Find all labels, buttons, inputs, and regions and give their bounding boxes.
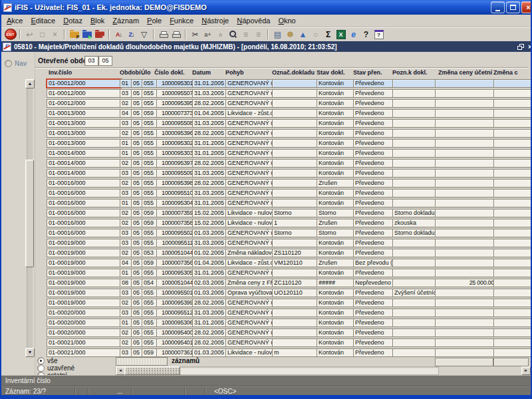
cell-zmu[interactable] xyxy=(435,299,496,307)
cell-stav[interactable]: Kontován xyxy=(317,289,356,297)
cell-pren[interactable]: Převedeno xyxy=(353,219,395,227)
cell-cislo[interactable]: 1000095305 xyxy=(156,269,195,277)
cell-pozn[interactable] xyxy=(392,159,438,168)
cell-pren[interactable]: Převedeno xyxy=(353,89,395,98)
cell-zmu[interactable] xyxy=(435,249,496,257)
cell-zmu[interactable] xyxy=(435,89,496,98)
cell-inv[interactable]: 01-00019/000 xyxy=(47,249,121,257)
cell-stav[interactable]: ##### xyxy=(317,279,356,287)
cell-cislo[interactable]: 1000095306 xyxy=(156,319,195,327)
cell-pohyb[interactable]: GENEROVANÝ úč xyxy=(225,189,275,198)
cell-pren[interactable]: Převedeno xyxy=(353,149,395,158)
cell-cislo[interactable]: 1000095304 xyxy=(156,199,195,207)
cell-pohyb[interactable]: Likvidace - zůst.c xyxy=(225,259,275,267)
cell-zmu[interactable] xyxy=(435,79,496,88)
menu-dotaz[interactable]: Dotaz xyxy=(59,16,86,25)
cell-zmc[interactable] xyxy=(493,249,531,257)
scroll-up-button[interactable]: ▲ xyxy=(25,79,35,88)
cell-zmc[interactable] xyxy=(493,259,531,267)
cell-pozn[interactable] xyxy=(392,249,438,257)
cell-zmc[interactable] xyxy=(493,149,531,158)
cell-oznac[interactable]: VM120110 xyxy=(272,259,319,267)
cell-pozn[interactable] xyxy=(392,109,438,118)
exit-button[interactable]: EXIT xyxy=(4,29,17,40)
cell-cislo[interactable]: 1000095507 xyxy=(156,89,195,98)
cell-zmu[interactable] xyxy=(435,129,496,138)
cell-cislo[interactable]: 1000095501 xyxy=(156,289,195,297)
cell-inv[interactable]: 01-00019/000 xyxy=(47,279,121,287)
cell-oznac[interactable] xyxy=(272,309,319,317)
cell-cislo[interactable]: 1000095399 xyxy=(156,299,195,307)
cell-zmc[interactable] xyxy=(493,329,531,337)
cell-zmu[interactable] xyxy=(435,199,496,207)
cell-zmc[interactable] xyxy=(493,199,531,207)
cell-pohyb[interactable]: GENEROVANÝ úč xyxy=(225,239,275,247)
cell-datum[interactable]: 01.03.2005 xyxy=(192,289,228,297)
cell-cislo[interactable]: 1000051044 xyxy=(156,279,195,287)
cell-pozn[interactable] xyxy=(392,119,438,128)
cell-pohyb[interactable]: Likvidace - nulová xyxy=(225,219,275,227)
cell-pohyb[interactable]: GENEROVANÝ úč xyxy=(225,309,275,317)
cell-datum[interactable]: 28.02.2005 xyxy=(192,159,228,168)
sort-desc-icon[interactable]: Z↓ xyxy=(125,29,138,40)
cell-datum[interactable]: 01.04.2005 xyxy=(192,259,228,267)
cell-datum[interactable]: 31.03.2005 xyxy=(192,169,228,178)
cell-zmu[interactable] xyxy=(435,309,496,317)
filter-radio-uzavrene[interactable]: uzavřené xyxy=(37,364,74,371)
cell-pohyb[interactable]: GENEROVANÝ úč xyxy=(225,199,275,207)
cell-oznac[interactable] xyxy=(272,179,319,188)
cell-pren[interactable]: Převedeno xyxy=(353,319,395,327)
cell-zmc[interactable] xyxy=(493,119,531,128)
print-icon[interactable] xyxy=(157,29,170,40)
cell-datum[interactable]: 28.02.2005 xyxy=(192,129,228,138)
cell-pren[interactable]: Převedeno xyxy=(353,129,395,138)
cell-pren[interactable]: Převedeno xyxy=(353,229,395,237)
cell-oznac[interactable] xyxy=(272,319,319,327)
cell-pozn[interactable] xyxy=(392,129,438,138)
cell-pozn[interactable] xyxy=(392,329,438,337)
cell-pozn[interactable] xyxy=(392,149,438,158)
sum-icon[interactable]: Σ xyxy=(322,29,334,40)
cell-stav[interactable]: Kontován xyxy=(317,319,356,327)
cell-zmu[interactable] xyxy=(435,159,496,168)
cell-zmu[interactable] xyxy=(435,319,496,327)
mdi-restore-button[interactable] xyxy=(516,43,525,51)
cell-cislo[interactable]: 1000007356 xyxy=(156,259,195,267)
cell-cislo[interactable]: 1000007373 xyxy=(156,109,195,118)
cell-cislo[interactable]: 1000007361 xyxy=(156,348,195,357)
cell-pozn[interactable] xyxy=(392,319,438,327)
menu-editace[interactable]: Editace xyxy=(27,16,59,25)
cell-oznac[interactable]: UO120110 xyxy=(272,289,319,297)
cell-stav[interactable]: Zrušen xyxy=(317,179,356,188)
cell-stav[interactable]: Kontován xyxy=(317,348,356,357)
cell-pohyb[interactable]: GENEROVANÝ úč xyxy=(225,329,275,337)
cell-cislo[interactable]: 1000095398 xyxy=(156,179,195,188)
cell-pohyb[interactable]: GENEROVANÝ úč xyxy=(225,179,275,188)
cell-pren[interactable]: Převedeno xyxy=(353,329,395,337)
scroll-right-button[interactable]: ► xyxy=(521,366,531,375)
cell-datum[interactable]: 28.02.2005 xyxy=(192,99,228,108)
cell-cislo[interactable]: 1000051044 xyxy=(156,249,195,257)
cell-inv[interactable]: 01-00013/000 xyxy=(47,129,121,138)
menu-pole[interactable]: Pole xyxy=(143,16,166,25)
cell-inv[interactable]: 01-00019/000 xyxy=(47,259,121,267)
cell-stav[interactable]: Kontován xyxy=(317,338,356,347)
excel-icon[interactable]: X xyxy=(334,29,347,40)
cell-stav[interactable]: Kontován xyxy=(317,149,356,158)
cell-oznac[interactable] xyxy=(272,199,319,207)
cell-zmc[interactable] xyxy=(493,129,531,138)
cell-zmu[interactable] xyxy=(435,229,496,237)
cell-cislo[interactable]: 1000095302 xyxy=(156,139,195,148)
cell-pren[interactable]: Převedeno xyxy=(353,109,395,118)
cell-stav[interactable]: Kontován xyxy=(317,79,356,88)
cell-zmu[interactable] xyxy=(435,348,496,357)
cell-inv[interactable]: 01-00016/000 xyxy=(47,209,121,217)
vertical-scrollbar-thumb[interactable] xyxy=(25,160,34,267)
cell-oznac[interactable] xyxy=(272,329,319,337)
cell-oznac[interactable] xyxy=(272,149,319,158)
browser-icon[interactable]: e xyxy=(347,29,360,40)
cell-cislo[interactable]: 1000007359 xyxy=(156,209,195,217)
cell-zmc[interactable] xyxy=(493,99,531,108)
cell-pozn[interactable]: zkouska xyxy=(392,219,438,227)
cell-inv[interactable]: 01-00020/000 xyxy=(47,309,121,317)
